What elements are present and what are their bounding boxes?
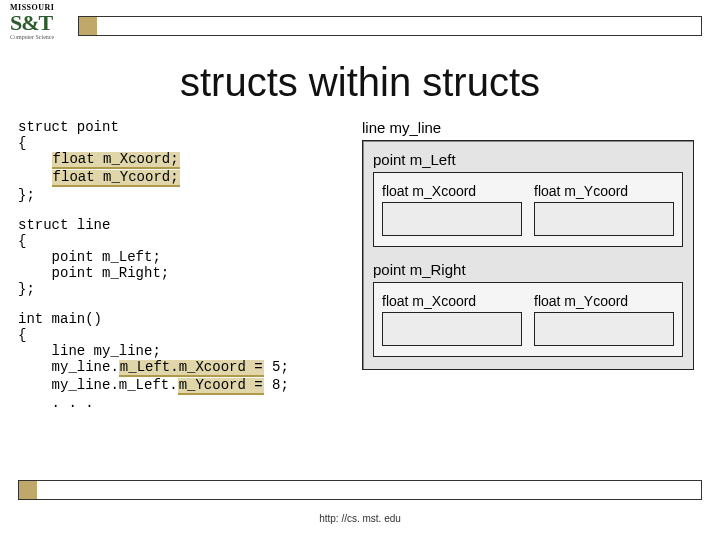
code-line: struct point	[18, 119, 119, 135]
diagram-value-box	[534, 312, 674, 346]
code-highlight: m_Left.m_Xcoord =	[119, 360, 264, 377]
diagram-value-box	[382, 312, 522, 346]
code-text: 8;	[264, 377, 289, 393]
diagram-point-label: point m_Right	[373, 261, 683, 278]
slide-title: structs within structs	[0, 60, 720, 105]
code-text: my_line.m_Left.	[18, 377, 178, 393]
diagram-value-box	[382, 202, 522, 236]
code-highlight: float m_Ycoord;	[52, 170, 180, 187]
code-line: . . .	[18, 395, 94, 411]
logo: MISSOURI S&T Computer Science	[10, 4, 72, 40]
code-indent	[18, 169, 52, 185]
logo-line3: Computer Science	[10, 34, 72, 40]
code-text: my_line.	[18, 359, 119, 375]
code-line: {	[18, 327, 26, 343]
code-line: point m_Right;	[18, 265, 169, 281]
code-indent	[18, 151, 52, 167]
diagram-slot-label: float m_Xcoord	[382, 293, 522, 309]
footer-accent-bar	[18, 480, 702, 500]
diagram-slot-label: float m_Ycoord	[534, 183, 674, 199]
code-line: struct line	[18, 217, 110, 233]
code-text: 5;	[264, 359, 289, 375]
diagram-outer-box: point m_Left float m_Xcoord float m_Ycoo…	[362, 140, 694, 370]
diagram-value-box	[534, 202, 674, 236]
diagram-slot: float m_Xcoord	[382, 293, 522, 346]
code-line: point m_Left;	[18, 249, 161, 265]
diagram-point-label: point m_Left	[373, 151, 683, 168]
code-line: };	[18, 281, 35, 297]
diagram-point-box: float m_Xcoord float m_Ycoord	[373, 172, 683, 247]
diagram-outer-label: line my_line	[362, 119, 694, 136]
code-line: };	[18, 187, 35, 203]
logo-line2: S&T	[10, 12, 72, 34]
diagram-slot: float m_Xcoord	[382, 183, 522, 236]
diagram-slot: float m_Ycoord	[534, 183, 674, 236]
footer-url: http: //cs. mst. edu	[0, 513, 720, 524]
code-line: int main()	[18, 311, 102, 327]
code-line: {	[18, 135, 26, 151]
diagram-slot: float m_Ycoord	[534, 293, 674, 346]
memory-diagram: line my_line point m_Left float m_Xcoord…	[362, 119, 694, 370]
code-line: {	[18, 233, 26, 249]
header-accent-bar	[78, 16, 702, 36]
code-highlight: float m_Xcoord;	[52, 152, 180, 169]
code-line: line my_line;	[18, 343, 161, 359]
diagram-slot-label: float m_Xcoord	[382, 183, 522, 199]
code-highlight: m_Ycoord =	[178, 378, 264, 395]
diagram-slot-label: float m_Ycoord	[534, 293, 674, 309]
diagram-point-box: float m_Xcoord float m_Ycoord	[373, 282, 683, 357]
